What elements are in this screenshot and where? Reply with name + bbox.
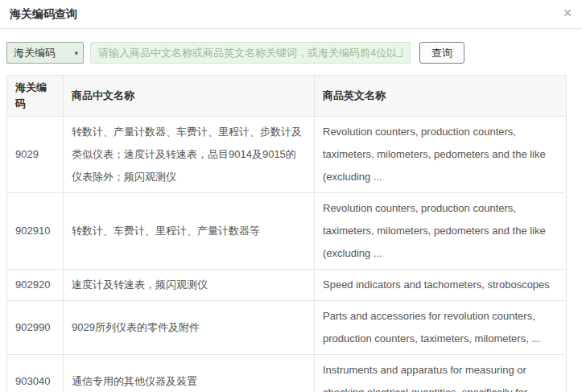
search-type-select[interactable]: 海关编码 ▾ — [6, 42, 84, 64]
cell-code: 902910 — [7, 193, 64, 270]
cell-code: 902920 — [7, 270, 64, 301]
dialog-title: 海关编码查询 — [10, 7, 77, 22]
header-product-en-name: 商品英文名称 — [315, 76, 567, 117]
cell-cn-name: 转数计、产量计数器、车费计、里程计、步数计及类似仪表；速度计及转速表，品目901… — [64, 117, 315, 193]
cell-code: 903040 — [7, 355, 64, 392]
table-header-row: 海关编码 商品中文名称 商品英文名称 — [7, 76, 567, 117]
search-bar: 海关编码 ▾ 查询 — [0, 29, 582, 75]
cell-en-name: Parts and accessories for revolution cou… — [315, 301, 567, 355]
query-button[interactable]: 查询 — [419, 42, 464, 64]
cell-code: 902990 — [7, 301, 64, 355]
cell-en-name: Revolution counters, production counters… — [315, 117, 567, 193]
cell-cn-name: 转数计、车费计、里程计、产量计数器等 — [64, 193, 315, 270]
search-input[interactable] — [90, 42, 411, 64]
cell-cn-name: 通信专用的其他仪器及装置 — [64, 355, 315, 392]
cell-en-name: Revolution counters, production counters… — [315, 193, 567, 270]
header-customs-code: 海关编码 — [7, 76, 64, 117]
dialog-titlebar: 海关编码查询 × — [0, 0, 582, 29]
customs-code-query-dialog: 海关编码查询 × 海关编码 ▾ 查询 海关编码 商品中文名称 商品英文名称 90… — [0, 0, 582, 392]
close-icon[interactable]: × — [559, 5, 576, 21]
header-product-cn-name: 商品中文名称 — [64, 76, 315, 117]
cell-cn-name: 9029所列仪表的零件及附件 — [64, 301, 315, 355]
table-row[interactable]: 902920 速度计及转速表，频闪观测仪 Speed indicators an… — [7, 270, 567, 301]
cell-en-name: Speed indicators and tachometers, strobo… — [315, 270, 567, 301]
table-row[interactable]: 9029 转数计、产量计数器、车费计、里程计、步数计及类似仪表；速度计及转速表，… — [7, 117, 567, 193]
chevron-down-icon: ▾ — [74, 49, 78, 57]
search-type-select-value: 海关编码 — [14, 46, 56, 60]
table-row[interactable]: 902990 9029所列仪表的零件及附件 Parts and accessor… — [7, 301, 567, 355]
table-row[interactable]: 903040 通信专用的其他仪器及装置 Instruments and appa… — [7, 355, 567, 392]
cell-code: 9029 — [7, 117, 64, 193]
cell-en-name: Instruments and apparatus for measuring … — [315, 355, 567, 392]
results-table: 海关编码 商品中文名称 商品英文名称 9029 转数计、产量计数器、车费计、里程… — [6, 75, 567, 392]
cell-cn-name: 速度计及转速表，频闪观测仪 — [64, 270, 315, 301]
table-row[interactable]: 902910 转数计、车费计、里程计、产量计数器等 Revolution cou… — [7, 193, 567, 270]
